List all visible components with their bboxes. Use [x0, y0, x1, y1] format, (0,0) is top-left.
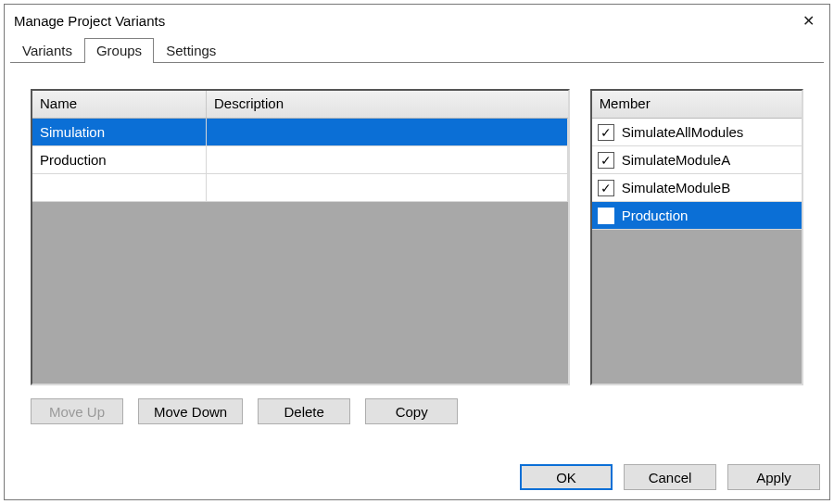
- list-item[interactable]: Production: [592, 202, 802, 230]
- table-row[interactable]: [32, 174, 568, 202]
- window-title: Manage Project Variants: [14, 13, 787, 29]
- groups-grid: Name Description Simulation Production: [31, 89, 570, 385]
- ok-button[interactable]: OK: [520, 464, 613, 490]
- titlebar: Manage Project Variants ✕: [5, 5, 829, 36]
- dialog-window: Manage Project Variants ✕ Variants Group…: [4, 4, 830, 500]
- tab-strip: Variants Groups Settings: [5, 36, 829, 63]
- close-icon[interactable]: ✕: [787, 6, 829, 34]
- grid-header: Member: [592, 91, 802, 119]
- table-row[interactable]: Production: [32, 146, 568, 174]
- checkbox-icon[interactable]: ✓: [598, 124, 614, 141]
- tab-variants[interactable]: Variants: [10, 38, 84, 63]
- member-label: Production: [622, 208, 689, 223]
- tab-label: Settings: [166, 43, 216, 58]
- move-down-button[interactable]: Move Down: [138, 398, 243, 424]
- panels: Name Description Simulation Production: [31, 89, 803, 385]
- cancel-button[interactable]: Cancel: [624, 464, 716, 490]
- cell-description: [207, 146, 568, 174]
- table-row[interactable]: Simulation: [32, 119, 568, 146]
- cell-description: [207, 174, 568, 202]
- member-label: SimulateModuleB: [622, 180, 731, 195]
- column-header-name[interactable]: Name: [32, 91, 207, 118]
- list-item[interactable]: ✓ SimulateModuleB: [592, 174, 802, 202]
- checkbox-icon[interactable]: [598, 208, 614, 224]
- grid-body: Simulation Production: [32, 119, 568, 384]
- members-grid: Member ✓ SimulateAllModules ✓ SimulateMo…: [590, 89, 803, 385]
- tab-content: Name Description Simulation Production: [5, 63, 829, 457]
- tab-settings[interactable]: Settings: [154, 38, 228, 63]
- member-label: SimulateAllModules: [622, 124, 744, 140]
- grid-header: Name Description: [32, 91, 568, 119]
- tab-groups[interactable]: Groups: [84, 38, 154, 63]
- move-up-button[interactable]: Move Up: [31, 398, 123, 424]
- list-item[interactable]: ✓ SimulateAllModules: [592, 119, 802, 146]
- delete-button[interactable]: Delete: [258, 398, 350, 424]
- apply-button[interactable]: Apply: [727, 464, 820, 490]
- checkbox-icon[interactable]: ✓: [598, 152, 614, 169]
- cell-name: [32, 174, 207, 202]
- cell-description: [207, 119, 568, 146]
- dialog-footer: OK Cancel Apply: [5, 457, 829, 499]
- member-label: SimulateModuleA: [622, 152, 731, 168]
- cell-name: Production: [32, 146, 207, 174]
- list-item[interactable]: ✓ SimulateModuleA: [592, 146, 802, 174]
- checkbox-icon[interactable]: ✓: [598, 180, 614, 196]
- column-header-description[interactable]: Description: [207, 91, 568, 118]
- tab-label: Variants: [22, 43, 72, 58]
- column-header-member[interactable]: Member: [592, 91, 802, 118]
- cell-name: Simulation: [32, 119, 207, 146]
- copy-button[interactable]: Copy: [365, 398, 458, 424]
- action-button-row: Move Up Move Down Delete Copy: [31, 398, 803, 424]
- grid-body: ✓ SimulateAllModules ✓ SimulateModuleA ✓…: [592, 119, 802, 384]
- tab-label: Groups: [96, 43, 142, 58]
